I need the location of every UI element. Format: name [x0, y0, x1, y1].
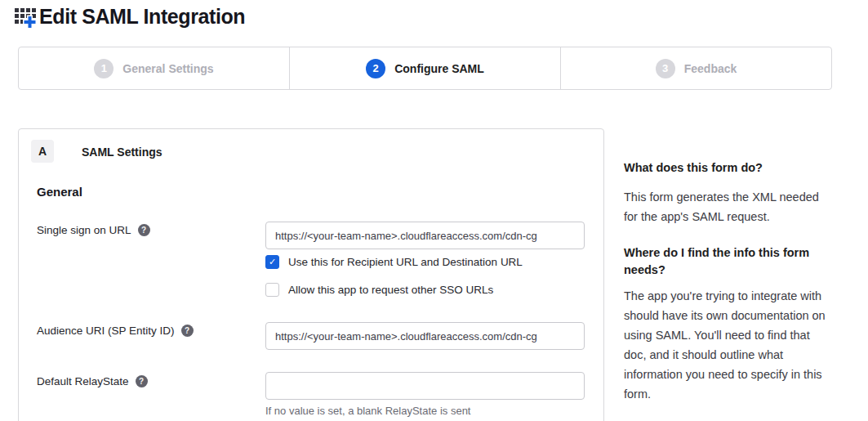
sidebar-answer-1: This form generates the XML needed for t… [624, 187, 826, 226]
field-label-text: Single sign on URL [37, 224, 131, 236]
question-icon[interactable]: ? [181, 325, 194, 337]
page-title: Edit SAML Integration [39, 5, 245, 29]
audience-uri-input[interactable] [265, 322, 585, 350]
page-header: Edit SAML Integration [13, 4, 245, 29]
wizard-steps: 1 General Settings 2 Configure SAML 3 Fe… [18, 47, 832, 90]
recipient-url-checkbox-row[interactable]: ✓ Use this for Recipient URL and Destina… [265, 255, 523, 269]
step-label: Feedback [684, 62, 737, 75]
step-number-badge: 1 [94, 59, 114, 78]
step-configure-saml[interactable]: 2 Configure SAML [289, 47, 560, 89]
relay-state-input[interactable] [265, 372, 585, 400]
audience-uri-label: Audience URI (SP Entity ID) ? [37, 325, 194, 337]
step-label: Configure SAML [394, 62, 484, 75]
sidebar-answer-2: The app you're trying to integrate with … [624, 286, 833, 404]
step-feedback[interactable]: 3 Feedback [560, 47, 831, 89]
section-title: SAML Settings [82, 146, 162, 159]
checkbox-unchecked-icon[interactable] [265, 283, 279, 297]
step-number-badge: 2 [366, 59, 385, 78]
checkbox-label: Use this for Recipient URL and Destinati… [288, 256, 523, 268]
step-label: General Settings [122, 62, 213, 75]
checkbox-checked-icon[interactable]: ✓ [265, 255, 279, 269]
field-label-text: Audience URI (SP Entity ID) [37, 325, 175, 337]
sidebar-question-2: Where do I find the info this form needs… [624, 244, 821, 279]
group-heading-general: General [37, 185, 82, 199]
relay-state-hint: If no value is set, a blank RelayState i… [265, 405, 470, 417]
step-number-badge: 3 [656, 59, 675, 78]
sso-url-input[interactable] [265, 222, 585, 249]
other-sso-urls-checkbox-row[interactable]: Allow this app to request other SSO URLs [265, 283, 493, 297]
relay-state-label: Default RelayState ? [37, 375, 148, 387]
checkbox-label: Allow this app to request other SSO URLs [288, 284, 493, 296]
step-general-settings[interactable]: 1 General Settings [19, 47, 289, 89]
field-label-text: Default RelayState [37, 375, 129, 387]
app-grid-plus-icon [13, 4, 38, 29]
section-badge: A [31, 140, 54, 163]
question-icon[interactable]: ? [136, 375, 148, 387]
sidebar-question-1: What does this form do? [624, 161, 833, 174]
sso-url-label: Single sign on URL ? [37, 224, 150, 236]
question-icon[interactable]: ? [138, 224, 150, 236]
